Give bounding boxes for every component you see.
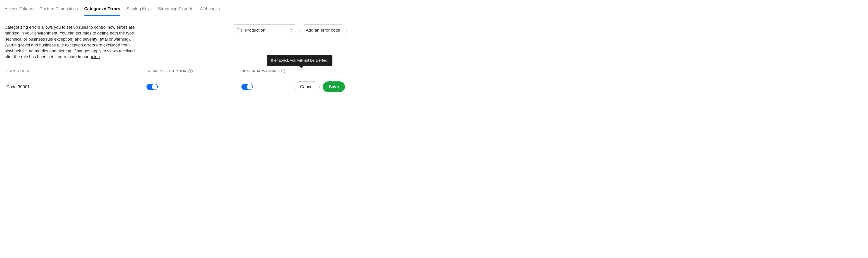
th-error-code: ERROR CODE xyxy=(6,69,147,73)
chevron-down-icon xyxy=(290,31,293,32)
settings-panel: Access Tokens Custom Dimensions Categori… xyxy=(0,0,351,107)
header-actions: Production Add an error code xyxy=(233,24,347,36)
error-code-cell: Code 30001 xyxy=(6,84,147,89)
add-error-code-button[interactable]: Add an error code xyxy=(299,24,347,36)
table-header: ERROR CODE BUSINESS EXCEPTION i NON-FATA… xyxy=(4,66,347,76)
chevron-up-icon xyxy=(290,28,293,30)
tab-webhooks[interactable]: Webhooks xyxy=(199,6,220,16)
environment-label: Production xyxy=(245,28,284,33)
page-description: Categorizing errors allows you to set up… xyxy=(4,24,140,60)
th-business-exception-label: BUSINESS EXCEPTION xyxy=(147,69,187,73)
cancel-button[interactable]: Cancel xyxy=(294,81,319,92)
info-icon[interactable]: i xyxy=(188,69,193,73)
info-icon[interactable]: i xyxy=(281,69,285,73)
tab-streaming-exports[interactable]: Streaming Exports xyxy=(158,6,193,16)
save-button[interactable]: Save xyxy=(323,81,345,92)
tab-custom-dimensions[interactable]: Custom Dimensions xyxy=(39,6,78,16)
tabs: Access Tokens Custom Dimensions Categori… xyxy=(4,6,347,16)
non-fatal-tooltip: If enabled, you will not be alerted. xyxy=(267,55,332,66)
description-suffix: . xyxy=(100,54,101,59)
th-non-fatal-label: NON-FATAL WARNING xyxy=(241,69,279,73)
toggle-knob xyxy=(152,84,157,89)
th-non-fatal-warning: NON-FATAL WARNING i If enabled, you will… xyxy=(241,69,345,73)
toggle-knob xyxy=(247,84,252,89)
tab-signing-keys[interactable]: Signing Keys xyxy=(127,6,152,16)
tab-access-tokens[interactable]: Access Tokens xyxy=(4,6,33,16)
empty-space xyxy=(351,0,868,107)
table-row: Code 30001 Cancel Save xyxy=(4,76,347,98)
tab-categorize-errors[interactable]: Categorize Errors xyxy=(84,6,120,16)
row-actions: Cancel Save xyxy=(294,81,345,92)
description-text: Categorizing errors allows you to set up… xyxy=(4,25,135,59)
non-fatal-warning-toggle[interactable] xyxy=(241,84,253,90)
header-row: Categorizing errors allows you to set up… xyxy=(4,24,347,60)
business-exception-toggle[interactable] xyxy=(147,84,158,90)
environment-select[interactable]: Production xyxy=(233,24,296,36)
th-business-exception: BUSINESS EXCEPTION i xyxy=(147,69,241,73)
environment-stepper[interactable] xyxy=(287,25,296,36)
guide-link[interactable]: guide xyxy=(90,54,100,59)
folder-icon xyxy=(237,28,242,32)
